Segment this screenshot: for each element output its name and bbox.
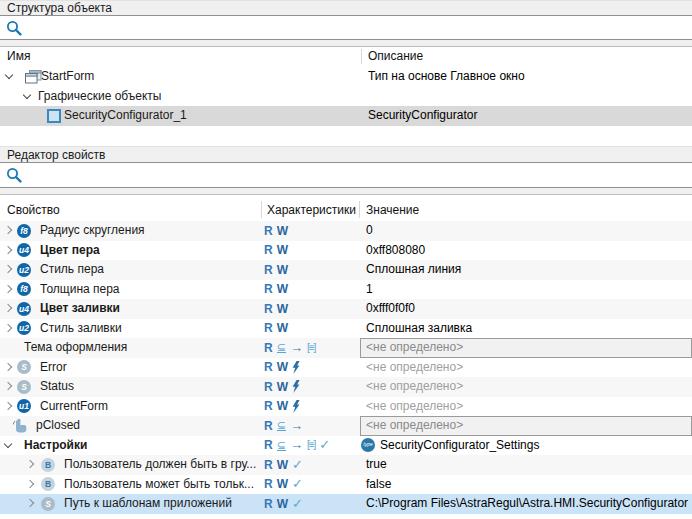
property-value[interactable]: <не определено> xyxy=(366,358,463,378)
chevron-right-icon[interactable] xyxy=(4,245,12,253)
column-header-characteristics[interactable]: Характеристики xyxy=(267,203,356,217)
structure-search-input[interactable] xyxy=(22,16,692,39)
property-value[interactable]: false xyxy=(366,475,391,495)
property-value[interactable]: 0xfff0f0f0 xyxy=(366,299,415,319)
property-characteristics: R⊆→[≡]✓ xyxy=(264,436,330,456)
property-value[interactable]: Сплошная линия xyxy=(366,260,461,280)
char-read-icon: R xyxy=(264,225,273,237)
structure-panel-divider xyxy=(0,40,692,47)
type-badge: S xyxy=(17,360,31,374)
chevron-right-icon[interactable] xyxy=(4,226,12,234)
properties-search-input[interactable] xyxy=(22,163,692,187)
structure-table-header: Имя Описание xyxy=(0,47,692,67)
column-header-value[interactable]: Значение xyxy=(366,203,419,217)
property-row[interactable]: SStatusRW<не определено> xyxy=(0,377,692,397)
char-event-icon xyxy=(292,361,300,374)
tree-item-label: StartForm xyxy=(41,67,94,87)
column-header-name[interactable]: Имя xyxy=(7,49,30,63)
char-write-icon: W xyxy=(277,381,288,393)
property-row[interactable]: u2Стиль заливкиRWСплошная заливка xyxy=(0,319,692,339)
char-arrow-icon: → xyxy=(290,420,303,432)
type-object-icon: type xyxy=(361,438,375,452)
column-header-description[interactable]: Описание xyxy=(368,49,423,63)
properties-panel-titlebar: Редактор свойств xyxy=(0,146,692,163)
char-read-icon: R xyxy=(264,459,273,471)
tree-item-description: SecurityConfigurator xyxy=(368,106,477,126)
property-name: Error xyxy=(40,358,67,378)
property-row[interactable]: pClosedR⊆→<не определено> xyxy=(0,416,692,436)
property-characteristics: RW xyxy=(264,280,288,300)
property-row[interactable]: u4Цвет заливкиRW0xfff0f0f0 xyxy=(0,299,692,319)
property-value[interactable]: SecurityConfigurator_Settings xyxy=(380,436,539,456)
tree-row[interactable]: Графические объекты xyxy=(0,87,692,107)
char-check-icon: ✓ xyxy=(292,478,303,490)
property-name: Радиус скругления xyxy=(40,221,145,241)
char-arrow-icon: → xyxy=(290,342,303,354)
char-write-icon: W xyxy=(277,361,288,373)
property-row[interactable]: SПуть к шаблонам приложенийRW✓C:\Program… xyxy=(0,494,692,514)
property-value[interactable]: true xyxy=(366,455,387,475)
chevron-right-icon[interactable] xyxy=(4,284,12,292)
property-value[interactable]: 0 xyxy=(366,221,373,241)
char-write-icon: W xyxy=(277,244,288,256)
property-row[interactable]: BПользователь может быть тольк...RW✓fals… xyxy=(0,475,692,495)
property-name: Стиль заливки xyxy=(40,319,122,339)
property-row[interactable]: НастройкиR⊆→[≡]✓typeSecurityConfigurator… xyxy=(0,436,692,456)
property-name: CurrentForm xyxy=(40,397,108,417)
property-value[interactable]: <не определено> xyxy=(366,377,463,397)
tree-row[interactable]: SecurityConfigurator_1SecurityConfigurat… xyxy=(0,106,692,126)
column-separator[interactable] xyxy=(359,201,360,218)
chevron-down-icon[interactable] xyxy=(5,71,13,79)
chevron-down-icon[interactable] xyxy=(4,439,12,447)
chevron-right-icon[interactable] xyxy=(26,460,34,468)
value-combo-box[interactable]: <не определено> xyxy=(360,338,692,358)
tree-item-label: Графические объекты xyxy=(38,87,161,107)
property-row[interactable]: f8Радиус скругленияRW0 xyxy=(0,221,692,241)
char-write-icon: W xyxy=(277,225,288,237)
char-subscribe-icon: ⊆ xyxy=(277,440,286,451)
column-separator[interactable] xyxy=(361,49,362,64)
column-header-property[interactable]: Свойство xyxy=(7,203,60,217)
chevron-right-icon[interactable] xyxy=(26,479,34,487)
property-value[interactable]: 1 xyxy=(366,280,373,300)
property-characteristics: RW xyxy=(264,221,288,241)
property-value[interactable]: C:\Program Files\AstraRegul\Astra.HMI.Se… xyxy=(366,494,688,514)
property-row[interactable]: BПользователь должен быть в гру...RW✓tru… xyxy=(0,455,692,475)
chevron-down-icon[interactable] xyxy=(23,90,31,98)
property-row[interactable]: f8Толщина пераRW1 xyxy=(0,280,692,300)
properties-panel-title: Редактор свойств xyxy=(7,148,105,162)
char-write-icon: W xyxy=(277,303,288,315)
chevron-right-icon[interactable] xyxy=(4,265,12,273)
chevron-right-icon[interactable] xyxy=(4,362,12,370)
char-subscribe-icon: ⊆ xyxy=(277,420,286,431)
chevron-right-icon[interactable] xyxy=(4,382,12,390)
type-badge: u4 xyxy=(17,243,31,257)
property-value[interactable]: 0xff808080 xyxy=(366,241,425,261)
property-name: Цвет пера xyxy=(40,241,100,261)
property-row[interactable]: SErrorRW<не определено> xyxy=(0,358,692,378)
char-read-icon: R xyxy=(264,439,273,451)
type-badge: f8 xyxy=(17,224,31,238)
tree-row[interactable]: StartFormТип на основе Главное окно xyxy=(0,67,692,87)
chevron-right-icon[interactable] xyxy=(26,499,34,507)
chevron-right-icon[interactable] xyxy=(4,304,12,312)
chevron-right-icon[interactable] xyxy=(4,323,12,331)
chevron-right-icon[interactable] xyxy=(4,401,12,409)
column-separator[interactable] xyxy=(261,201,262,218)
char-list-icon: [≡] xyxy=(307,342,315,354)
type-badge: S xyxy=(17,380,31,394)
property-value[interactable]: <не определено> xyxy=(366,397,463,417)
property-name: pClosed xyxy=(36,416,80,436)
char-write-icon: W xyxy=(277,459,288,471)
char-check-icon: ✓ xyxy=(319,439,330,451)
value-combo-box[interactable]: <не определено> xyxy=(360,416,692,436)
property-value[interactable]: Сплошная заливка xyxy=(366,319,472,339)
property-characteristics: RW xyxy=(264,397,300,417)
property-row[interactable]: u1CurrentFormRW<не определено> xyxy=(0,397,692,417)
property-row[interactable]: Тема оформленияR⊆→[≡]<не определено> xyxy=(0,338,692,358)
property-name: Пользователь должен быть в гру... xyxy=(64,455,256,475)
char-event-icon xyxy=(292,380,300,393)
property-row[interactable]: u2Стиль пераRWСплошная линия xyxy=(0,260,692,280)
property-row[interactable]: u4Цвет пераRW0xff808080 xyxy=(0,241,692,261)
tree-item-description: Тип на основе Главное окно xyxy=(368,67,525,87)
